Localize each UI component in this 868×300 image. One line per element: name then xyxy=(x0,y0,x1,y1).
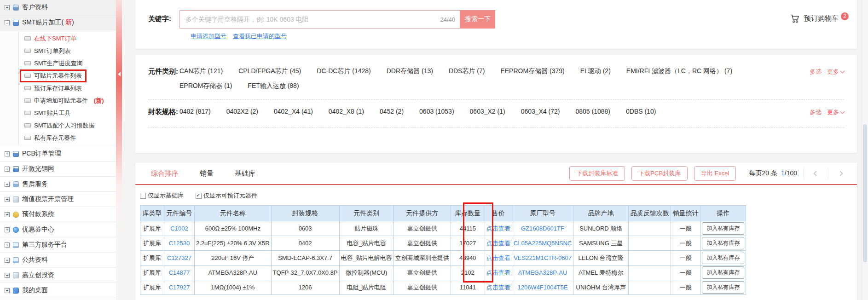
sidebar-item[interactable]: +售后服务 xyxy=(0,177,116,192)
scrollbar-thumb[interactable] xyxy=(863,124,867,262)
sidebar-item[interactable]: 在线下SMT订单 xyxy=(19,32,116,45)
sidebar-item[interactable]: +预付款系统 xyxy=(0,207,116,222)
sidebar-collapse-handle[interactable] xyxy=(116,69,122,79)
expand-toggle-icon[interactable]: + xyxy=(5,167,10,172)
tab-sales-volume[interactable]: 销量 xyxy=(200,169,214,178)
download-pcb-footprint-button[interactable]: 下载PCB封装库 xyxy=(631,166,688,181)
cell-price-link[interactable]: 点击查看 xyxy=(486,269,510,276)
sidebar-item[interactable]: +开激光钢网 xyxy=(0,162,116,177)
list-icon xyxy=(24,98,31,103)
add-to-private-stock-button[interactable]: 加入私有库存 xyxy=(702,266,744,279)
expand-toggle-icon[interactable]: - xyxy=(5,20,10,25)
cell-part_no-link[interactable]: C17927 xyxy=(169,284,190,291)
package-option[interactable]: 0402 (817) xyxy=(179,108,211,115)
expand-toggle-icon[interactable]: + xyxy=(5,288,10,293)
add-to-private-stock-button[interactable]: 加入私有库存 xyxy=(702,252,744,264)
tab-comprehensive-sort[interactable]: 综合排序 xyxy=(151,169,179,178)
sidebar-item[interactable]: 可贴片元器件列表 xyxy=(19,69,116,82)
search-button[interactable]: 搜索一下 xyxy=(460,10,495,29)
cell-mpn-link[interactable]: ATMEGA328P-AU xyxy=(518,269,567,276)
expand-toggle-icon[interactable]: + xyxy=(5,212,10,217)
cell-mpn: VES221M1CTR-0607 xyxy=(512,251,573,265)
package-option[interactable]: 0402_X8 (1) xyxy=(329,108,364,115)
cell-price-link[interactable]: 点击查看 xyxy=(486,225,510,232)
cell-part_no-link[interactable]: C127327 xyxy=(167,254,191,261)
tab-base-library[interactable]: 基础库 xyxy=(235,169,255,178)
export-excel-button[interactable]: 导出 Excel xyxy=(694,166,736,181)
category-option[interactable]: DC-DC芯片 (1428) xyxy=(317,67,370,75)
cell-mpn-link[interactable]: 1206W4F1004T5E xyxy=(517,284,567,291)
category-option[interactable]: EEPROM存储器 (379) xyxy=(500,67,564,75)
category-option[interactable]: EL驱动 (2) xyxy=(580,67,611,75)
package-option[interactable]: 0DBS (10) xyxy=(626,108,656,115)
category-option[interactable]: FET输入运放 (88) xyxy=(248,82,299,90)
expand-toggle-icon[interactable]: + xyxy=(5,5,10,10)
sidebar-item[interactable]: SMT生产进度查询 xyxy=(19,57,116,69)
category-option[interactable]: EPROM存储器 (1) xyxy=(179,82,232,90)
cell-part_no-link[interactable]: C12530 xyxy=(169,240,190,247)
sidebar-item[interactable]: +增值税票开票管理 xyxy=(0,192,116,207)
sidebar-item[interactable]: +客户资料 xyxy=(0,0,116,15)
category-option[interactable]: DDS芯片 (7) xyxy=(449,67,485,75)
download-footprint-standard-button[interactable]: 下载封装库标准 xyxy=(569,166,625,181)
apply-add-part-link[interactable]: 申请添加型号 xyxy=(191,32,226,40)
add-to-private-stock-button[interactable]: 加入私有库存 xyxy=(702,222,744,235)
sidebar-item[interactable]: 私有库存元器件 xyxy=(19,132,116,144)
expand-toggle-icon[interactable]: + xyxy=(5,273,10,278)
package-option[interactable]: 0805 (1088) xyxy=(575,108,610,115)
filter-orderable-only-checkbox[interactable]: 仅显示可预订元器件 xyxy=(196,191,257,200)
sidebar-item[interactable]: SMT匹配个人习惯数据 xyxy=(19,119,116,132)
cell-mpn-link[interactable]: VES221M1CTR-0607 xyxy=(514,254,572,261)
add-to-private-stock-button[interactable]: 加入私有库存 xyxy=(702,281,744,294)
cell-price-link[interactable]: 点击查看 xyxy=(486,254,510,261)
package-option[interactable]: 0402_X4 (41) xyxy=(274,108,313,115)
sidebar-item[interactable]: +PCB订单管理 xyxy=(0,146,116,162)
sidebar-item[interactable]: +我的桌面 xyxy=(0,283,116,298)
keyword-input[interactable] xyxy=(180,16,440,23)
toolbar-right: 下载封装库标准下载PCB封装库导出 Excel 每页20 条 1/100 xyxy=(569,166,846,181)
package-option[interactable]: 0402X2 (2) xyxy=(226,108,258,115)
package-option[interactable]: 0603_X4 (72) xyxy=(521,108,560,115)
expand-toggle-icon[interactable]: + xyxy=(5,242,10,248)
filter-base-library-only-checkbox[interactable]: 仅显示基础库 xyxy=(140,191,184,200)
expand-toggle-icon[interactable]: + xyxy=(5,197,10,202)
package-option[interactable]: 0603 (1053) xyxy=(419,108,454,115)
category-more-link[interactable]: 更多 xyxy=(827,68,844,76)
category-option[interactable]: DDR存储器 (13) xyxy=(387,67,433,75)
sidebar-item[interactable]: SMT订单列表 xyxy=(19,45,116,57)
package-multi-select-link[interactable]: 多选 xyxy=(810,108,822,116)
package-option[interactable]: 0603_X2 (1) xyxy=(470,108,505,115)
sidebar-item[interactable]: SMT贴片工具 xyxy=(19,107,116,119)
package-more-link[interactable]: 更多 xyxy=(827,108,844,116)
cell-part_no-link[interactable]: C1002 xyxy=(170,225,188,232)
cell-part_no-link[interactable]: C14877 xyxy=(169,269,190,276)
sidebar-item[interactable]: 申请增加可贴元器件(新) xyxy=(19,94,116,107)
cart-button[interactable]: 预订购物车 2 xyxy=(790,14,849,23)
category-option[interactable]: EMI/RFI 滤波器（LC，RC 网络） (7) xyxy=(626,67,732,75)
next-page-button[interactable] xyxy=(838,171,843,176)
cell-mpn: 1206W4F1004T5E xyxy=(512,280,573,295)
category-multi-select-link[interactable]: 多选 xyxy=(810,68,822,76)
expand-toggle-icon[interactable]: + xyxy=(5,151,10,156)
cell-price-link[interactable]: 点击查看 xyxy=(486,284,510,291)
sidebar-item[interactable]: +嘉立创投资 xyxy=(0,268,116,283)
sidebar-item[interactable]: 预订库存订单列表 xyxy=(19,82,116,94)
add-to-private-stock-button[interactable]: 加入私有库存 xyxy=(702,237,744,249)
cell-price-link[interactable]: 点击查看 xyxy=(486,240,510,247)
cell-mpn-link[interactable]: GZ1608D601TF xyxy=(521,225,564,232)
package-option[interactable]: 0452 (2) xyxy=(380,108,404,115)
prev-page-button[interactable] xyxy=(813,171,818,176)
view-applied-parts-link[interactable]: 查看我已申请的型号 xyxy=(233,32,287,40)
cell-mpn-link[interactable]: CL05A225MQ5NSNC xyxy=(514,240,572,247)
sidebar-item[interactable]: +第三方服务平台 xyxy=(0,237,116,253)
category-option[interactable]: CAN芯片 (121) xyxy=(179,67,223,75)
sidebar-item[interactable]: -SMT贴片加工( 新) xyxy=(0,15,116,30)
cell-action: 加入私有库存 xyxy=(700,251,746,265)
sidebar-item[interactable]: +优惠券中心 xyxy=(0,222,116,237)
expand-toggle-icon[interactable]: + xyxy=(5,258,10,263)
expand-toggle-icon[interactable]: + xyxy=(5,182,10,187)
category-option[interactable]: CPLD/FPGA芯片 (45) xyxy=(238,67,301,75)
expand-toggle-icon[interactable]: + xyxy=(5,227,10,232)
sidebar-item[interactable]: +公共资料 xyxy=(0,253,116,268)
page-scrollbar[interactable] xyxy=(862,0,868,300)
